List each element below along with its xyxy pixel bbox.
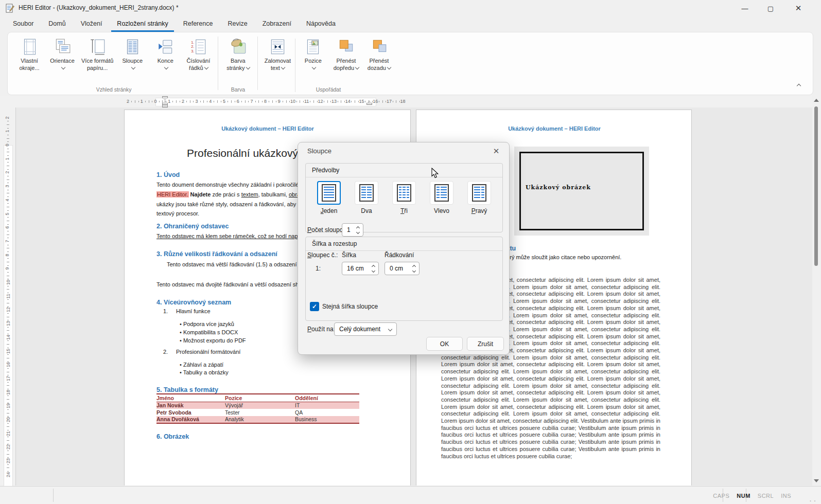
horizontal-ruler[interactable]: 210123456789101112131415161718 xyxy=(15,96,812,107)
ribbon-group-0: Vlastníokraje...OrientaceVíce formátůpap… xyxy=(11,34,217,95)
app-icon xyxy=(5,4,14,13)
columns-preset-icon xyxy=(317,181,341,205)
table-header-row: JménoPoziceOddělení xyxy=(156,394,359,402)
tab-rozlo-en-str-nky[interactable]: Rozložení stránky xyxy=(111,17,173,32)
status-bar: CAPSNUMSCRLINS ⡀⡀ xyxy=(0,486,821,504)
ruler-number: 5 xyxy=(5,212,10,215)
ruler-number: 9 xyxy=(278,99,281,104)
vertical-ruler[interactable]: 2101234567891011121314151617181920212223… xyxy=(0,96,15,485)
section-heading-4: 4. Víceúrovňový seznam xyxy=(156,299,231,306)
tab-n-pov-da[interactable]: Nápověda xyxy=(301,17,341,32)
width-spinner[interactable]: 16 cm xyxy=(342,262,379,275)
column-count-spinner[interactable]: 1 xyxy=(342,223,363,237)
minimize-button[interactable]: — xyxy=(733,0,757,16)
list-item: • Tabulky a obrázky xyxy=(180,369,229,375)
button-label: Číslování xyxy=(186,58,210,65)
spin-up-icon[interactable] xyxy=(412,264,416,268)
bring-forward-button[interactable]: Přenéstdopředu xyxy=(329,37,362,72)
ruler-number: 12 xyxy=(318,99,323,104)
chevron-down-icon xyxy=(387,65,391,69)
custom-margins-button[interactable]: Vlastníokraje... xyxy=(13,37,46,72)
spin-down-icon[interactable] xyxy=(372,268,375,272)
button-label: Orientace xyxy=(50,58,75,65)
tab-vlo-en-[interactable]: Vložení xyxy=(75,17,108,32)
ruler-number: 3 xyxy=(196,99,198,104)
preset-label: Jeden xyxy=(321,207,338,214)
mouse-cursor xyxy=(431,168,440,179)
ribbon-group-2: ZalomovattextPozicePřenéstdopředuPřenést… xyxy=(259,34,397,95)
spinner-arrows[interactable] xyxy=(413,265,419,272)
tab-soubor[interactable]: Soubor xyxy=(7,17,39,32)
line-numbers-button[interactable]: 1.2.3.Číslovánířádků xyxy=(182,37,215,72)
collapse-ribbon-button[interactable] xyxy=(792,81,803,91)
page-color-button[interactable]: Barvastránky xyxy=(221,37,254,72)
send-backward-button[interactable]: Přenéstdozadu xyxy=(362,37,395,72)
tab-zobrazen-[interactable]: Zobrazení xyxy=(257,17,297,32)
table-row: Petr SvobodaTesterQA xyxy=(156,409,359,416)
paper-size-icon xyxy=(88,38,107,56)
scroll-up-icon[interactable] xyxy=(814,99,819,102)
scrollbar-thumb[interactable] xyxy=(814,106,818,266)
paper-size-button[interactable]: Více formátůpapíru... xyxy=(79,37,116,72)
keyboard-indicators: CAPSNUMSCRLINS xyxy=(713,487,791,504)
spin-up-icon[interactable] xyxy=(356,226,360,229)
maximize-button[interactable]: ▢ xyxy=(759,0,782,16)
preset-jeden[interactable]: Jeden xyxy=(312,181,346,214)
button-label xyxy=(163,65,168,72)
spin-up-icon[interactable] xyxy=(372,264,375,268)
tab-revize[interactable]: Revize xyxy=(222,17,253,32)
image-placeholder-label: Ukázkový obrázek xyxy=(526,184,591,191)
ruler-number: 20 xyxy=(6,417,11,422)
title-bar: HERI Editor - (Ukazkovy_dokument_HERI_2s… xyxy=(0,0,821,16)
preset-label: Pravý xyxy=(471,207,487,214)
wrap-text-button[interactable]: Zalomovattext xyxy=(261,37,294,72)
columns-preset-icon xyxy=(392,181,416,205)
ruler-number: 3 xyxy=(5,185,10,188)
spin-down-icon[interactable] xyxy=(412,268,416,272)
columns-button[interactable]: Sloupce xyxy=(116,37,149,72)
scroll-down-icon[interactable] xyxy=(814,479,819,482)
app-window: HERI Editor - (Ukazkovy_dokument_HERI_2s… xyxy=(0,0,821,504)
position-button[interactable]: Pozice xyxy=(296,37,329,72)
ok-button[interactable]: OK xyxy=(426,337,463,351)
resize-grip[interactable]: ⡀⡀ xyxy=(809,496,818,501)
spinner-arrows[interactable] xyxy=(372,265,378,272)
width-spacing-group-label: Šířka a rozestup xyxy=(306,237,502,251)
spin-down-icon[interactable] xyxy=(356,230,360,233)
presets-groupbox: Předvolby JedenDvaTřiVlevoPravý xyxy=(305,163,503,232)
chevron-down-icon xyxy=(246,65,250,69)
ribbon-group-label: Uspořádat xyxy=(259,86,397,93)
tab-reference[interactable]: Reference xyxy=(178,17,219,32)
section-heading-2: 2. Ohraničený odstavec xyxy=(156,223,229,230)
section-heading-6: 6. Obrázek xyxy=(156,433,189,440)
ruler-number: 18 xyxy=(400,99,406,104)
document-image[interactable]: Ukázkový obrázek xyxy=(514,147,649,236)
cancel-button[interactable]: Zrušit xyxy=(467,337,504,351)
vertical-scrollbar[interactable] xyxy=(812,96,820,485)
window-title: HERI Editor - (Ukazkovy_dokument_HERI_2s… xyxy=(19,4,179,11)
breaks-button[interactable]: Konce xyxy=(149,37,182,72)
equal-width-label: Stejná šířka sloupce xyxy=(322,303,378,310)
button-label: text xyxy=(271,65,285,72)
ruler-number: 19 xyxy=(6,403,11,408)
ruler-number: 21 xyxy=(6,431,11,436)
spinner-arrows[interactable] xyxy=(357,227,363,233)
spacing-spinner[interactable]: 0 cm xyxy=(385,262,420,275)
ruler-number: 13 xyxy=(331,99,337,104)
dialog-close-icon[interactable]: ✕ xyxy=(491,146,502,157)
custom-margins-icon xyxy=(20,38,39,56)
ruler-number: 12 xyxy=(6,307,11,312)
apply-to-dropdown[interactable]: Celý dokument xyxy=(334,322,397,336)
tab-dom-[interactable]: Domů xyxy=(43,17,71,32)
button-label: papíru... xyxy=(87,65,108,72)
preset-vlevo[interactable]: Vlevo xyxy=(425,181,459,214)
chevron-down-icon xyxy=(355,65,359,69)
preset-dva[interactable]: Dva xyxy=(350,181,383,214)
close-button[interactable]: ✕ xyxy=(787,0,810,16)
preset-pravý[interactable]: Pravý xyxy=(462,181,496,214)
presets-group-label: Předvolby xyxy=(306,164,502,177)
orientation-button[interactable]: Orientace xyxy=(46,37,79,72)
row-index-label: 1: xyxy=(316,265,321,272)
preset-tři[interactable]: Tři xyxy=(387,181,421,214)
equal-width-checkbox[interactable]: ✓ xyxy=(310,302,319,311)
